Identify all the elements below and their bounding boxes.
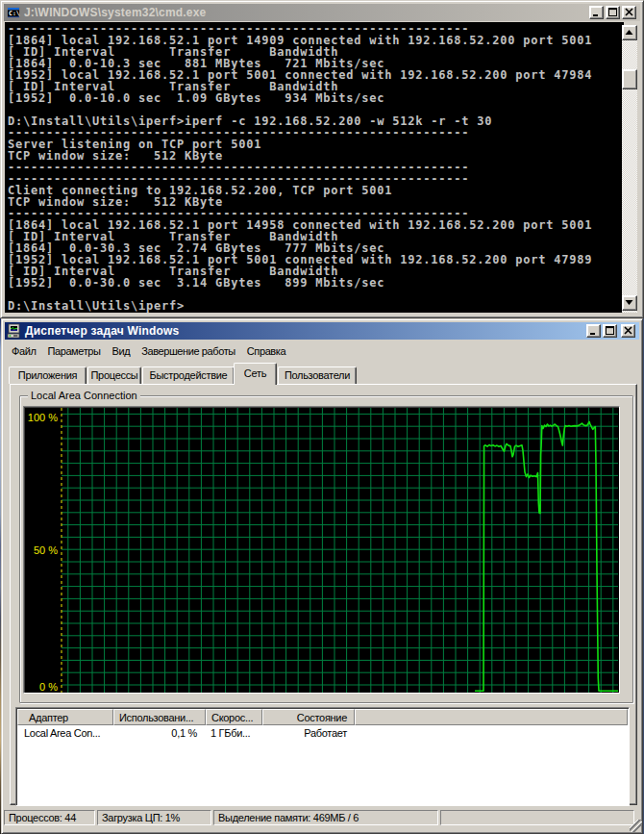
tm-close-button[interactable]: [621, 324, 635, 338]
task-manager-window: Диспетчер задач Windows Файл Параметры В…: [1, 318, 643, 834]
adapter-cell: Работает: [262, 727, 355, 741]
cmd-maximize-button[interactable]: [606, 6, 620, 19]
console-scrollbar[interactable]: [622, 25, 637, 313]
scroll-up-button[interactable]: [622, 25, 637, 40]
menu-options[interactable]: Параметры: [41, 343, 106, 359]
cmd-window: C:\ J:\WINDOWS\system32\cmd.exe --------…: [0, 0, 644, 318]
adapter-list-row[interactable]: Local Area Con...0,1 %1 ГБби...Работает: [17, 727, 628, 741]
menu-shutdown[interactable]: Завершение работы: [136, 343, 241, 359]
adapter-list: АдаптерИспользовани...Скорос...Состояние…: [15, 707, 630, 806]
y-tick-label: 100 %: [28, 412, 58, 423]
cmd-icon: C:\: [6, 5, 21, 20]
menu-view[interactable]: Вид: [107, 343, 136, 359]
tab-users[interactable]: Пользователи: [278, 366, 357, 384]
status-processes: Процессов: 44: [4, 810, 95, 825]
adapter-column-header[interactable]: Состояние: [262, 709, 355, 725]
tm-window-buttons: [584, 324, 635, 338]
tm-maximize-button[interactable]: [603, 324, 617, 338]
cmd-minimize-button[interactable]: [589, 6, 604, 19]
y-tick-label: 0 %: [39, 681, 58, 693]
screen: C:\ J:\WINDOWS\system32\cmd.exe --------…: [0, 0, 644, 834]
adapter-cell: 0,1 %: [113, 727, 206, 741]
cmd-title: J:\WINDOWS\system32\cmd.exe: [24, 4, 587, 21]
adapter-column-header[interactable]: Скорос...: [206, 709, 262, 725]
tm-menubar: Файл Параметры Вид Завершение работы Спр…: [6, 342, 638, 360]
group-label: Local Area Connection: [28, 390, 140, 402]
tab-network[interactable]: Сеть: [234, 363, 277, 385]
scrollbar-thumb[interactable]: [622, 69, 637, 89]
adapter-list-client-area: АдаптерИспользовани...Скорос...Состояние…: [17, 709, 628, 804]
adapter-cell: Local Area Con...: [17, 727, 113, 741]
scroll-down-button[interactable]: [622, 295, 637, 311]
tab-applications[interactable]: Приложения: [9, 366, 87, 384]
menu-file[interactable]: Файл: [6, 343, 41, 359]
resize-grip[interactable]: [630, 820, 642, 832]
status-commit-charge: Выделение памяти: 469МБ / 6: [213, 810, 438, 825]
adapter-column-header[interactable]: Адаптер: [17, 709, 113, 725]
network-utilization-graph: 100 %50 %0 %: [23, 406, 620, 694]
tm-minimize-button[interactable]: [586, 324, 601, 338]
tab-processes[interactable]: Процессы: [87, 366, 141, 384]
console-output[interactable]: ----------------------------------------…: [5, 22, 624, 313]
adapter-list-header: АдаптерИспользовани...Скорос...Состояние: [17, 709, 628, 725]
cmd-titlebar[interactable]: C:\ J:\WINDOWS\system32\cmd.exe: [4, 4, 640, 21]
local-area-connection-group: Local Area Connection 100 %50 %0 %: [19, 395, 633, 703]
tm-statusbar: Процессов: 44 Загрузка ЦП: 1% Выделение …: [4, 810, 640, 825]
tab-performance[interactable]: Быстродействие: [142, 366, 235, 384]
status-extra: [440, 810, 634, 825]
status-cpu-load: Загрузка ЦП: 1%: [97, 810, 211, 825]
y-tick-label: 50 %: [34, 544, 58, 556]
adapter-column-header[interactable]: Использовани...: [113, 709, 206, 725]
svg-text:C:\: C:\: [9, 10, 20, 17]
tm-titlebar[interactable]: Диспетчер задач Windows: [5, 322, 639, 340]
cmd-close-button[interactable]: [622, 6, 636, 19]
menu-help[interactable]: Справка: [241, 343, 291, 359]
cmd-window-buttons: [587, 6, 636, 19]
tm-title: Диспетчер задач Windows: [25, 322, 584, 340]
adapter-column-header-filler: [355, 709, 628, 725]
adapter-cell: 1 ГБби...: [206, 727, 262, 741]
task-manager-icon: [7, 323, 22, 339]
